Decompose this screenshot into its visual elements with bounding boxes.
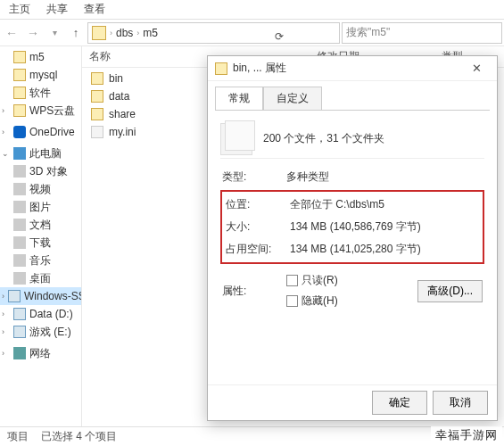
dialog-titlebar[interactable]: bin, ... 属性 ✕ [208,56,497,81]
cancel-button[interactable]: 取消 [433,391,488,415]
file-name: bin [109,72,123,85]
readonly-checkbox[interactable]: 只读(R) [286,273,338,288]
tab-general[interactable]: 常规 [215,87,263,110]
type-label: 类型: [222,169,279,185]
size-on-disk-value: 134 MB (141,025,280 字节) [290,242,479,257]
folder-icon [215,62,227,75]
tree-item-documents[interactable]: 文档 [0,216,81,234]
summary-row: 200 个文件，31 个文件夹 [220,120,484,159]
summary-text: 200 个文件，31 个文件夹 [263,131,384,146]
tree-item-3dobjects[interactable]: 3D 对象 [0,162,81,180]
checkbox-icon [286,275,298,286]
tree-label: 此电脑 [29,146,62,161]
tree-item-network[interactable]: › 网络 [0,344,81,362]
tree-label: 视频 [29,182,51,197]
tree-label: 游戏 (E:) [29,325,71,340]
file-name: share [109,108,136,120]
tree-label: 文档 [29,218,51,233]
forward-button[interactable]: → [23,23,43,43]
caret-icon: › [2,106,10,115]
tab-view[interactable]: 查看 [84,2,105,17]
tree-item-music[interactable]: 音乐 [0,252,81,269]
tree-item-drive-c[interactable]: ›Windows-SSD (C [0,287,81,305]
folder-icon [13,183,26,195]
drive-icon [13,326,26,338]
chevron-right-icon: › [110,29,112,37]
folder-icon [13,69,26,81]
folder-icon [92,26,106,40]
hidden-checkbox[interactable]: 隐藏(H) [286,293,338,309]
refresh-button[interactable]: ⟳ [269,26,290,47]
folder-icon [13,236,26,249]
tree-label: m5 [29,51,45,63]
location-value: 全部位于 C:\dbs\m5 [290,197,479,212]
tree-item-desktop[interactable]: 桌面 [0,269,81,287]
caret-icon: › [2,310,10,318]
tree-label: 音乐 [29,253,51,268]
ok-button[interactable]: 确定 [372,391,427,415]
tab-share[interactable]: 共享 [46,2,68,17]
advanced-button[interactable]: 高级(D)... [417,280,483,302]
breadcrumb-seg-m5[interactable]: m5 [143,27,158,39]
tree-item-wpscloud[interactable]: › WPS云盘 [0,102,81,120]
row-type: 类型: 多种类型 [220,166,484,188]
close-button[interactable]: ✕ [463,60,490,78]
tab-custom[interactable]: 自定义 [263,87,322,110]
status-items: 项目 [7,429,29,444]
tree-label: 网络 [29,346,51,361]
search-input[interactable]: 搜索"m5" [342,22,502,44]
row-size: 大小: 134 MB (140,586,769 字节) [224,216,481,238]
folder-icon [91,72,103,85]
folder-icon [91,90,103,103]
up-button[interactable]: ↑ [66,23,86,43]
row-attributes: 属性: 只读(R) 隐藏(H) 高级(D)... [220,271,484,310]
nav-tree: m5 mysql 软件 › WPS云盘 › OneDrive ⌄ 此电脑 3D … [0,46,82,426]
file-icon [91,126,103,138]
chevron-right-icon: › [136,29,139,37]
tree-label: 下载 [29,235,51,251]
tree-label: 图片 [29,200,51,215]
type-value: 多种类型 [286,169,483,185]
location-label: 位置: [226,197,283,212]
onedrive-icon [13,126,26,138]
address-bar: ← → ▾ ↑ › dbs › m5 ⟳ 搜索"m5" [0,20,504,46]
back-button[interactable]: ← [2,23,21,43]
tree-item-mysql[interactable]: mysql [0,66,81,84]
tree-item-onedrive[interactable]: › OneDrive [0,123,81,141]
folder-icon [13,51,26,63]
history-dropdown[interactable]: ▾ [45,23,64,43]
tree-label: OneDrive [29,126,75,138]
search-placeholder: 搜索"m5" [346,25,390,40]
tree-item-thispc[interactable]: ⌄ 此电脑 [0,145,81,162]
folder-icon [91,108,103,120]
caret-icon: ⌄ [2,149,10,158]
tree-item-pictures[interactable]: 图片 [0,198,81,216]
caret-icon: › [2,128,10,136]
files-stack-icon [220,123,252,155]
tree-item-drive-e[interactable]: ›游戏 (E:) [0,323,81,341]
caret-icon: › [2,327,10,336]
tree-item-downloads[interactable]: 下载 [0,234,81,252]
file-name: my.ini [109,126,136,138]
row-location: 位置: 全部位于 C:\dbs\m5 [224,194,481,216]
network-icon [13,347,26,359]
breadcrumb[interactable]: › dbs › m5 [87,22,340,44]
highlight-box: 位置: 全部位于 C:\dbs\m5 大小: 134 MB (140,586,7… [220,190,484,264]
tab-home[interactable]: 主页 [9,2,30,17]
breadcrumb-seg-dbs[interactable]: dbs [116,27,133,39]
status-selected: 已选择 4 个项目 [41,429,117,444]
status-bar: 项目 已选择 4 个项目 [0,426,504,446]
tree-item-m5[interactable]: m5 [0,48,81,66]
checkbox-icon [286,295,298,307]
folder-icon [13,254,26,267]
tree-item-videos[interactable]: 视频 [0,180,81,198]
tree-item-software[interactable]: 软件 [0,84,81,102]
folder-icon [13,104,26,117]
tree-item-drive-d[interactable]: ›Data (D:) [0,305,81,323]
folder-icon [13,272,26,285]
drive-icon [13,308,26,320]
drive-icon [8,290,21,302]
hidden-label: 隐藏(H) [302,293,338,309]
watermark: 幸福手游网 [431,426,502,444]
size-value: 134 MB (140,586,769 字节) [290,219,479,235]
